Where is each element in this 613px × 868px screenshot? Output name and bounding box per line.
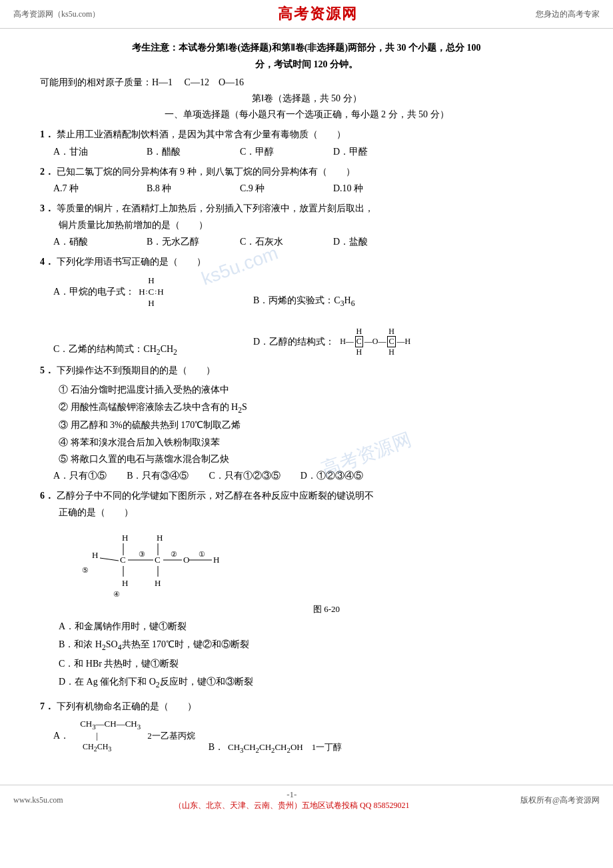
question-2: 2． 已知二氯丁烷的同分异构体有 9 种，则八氯丁烷的同分异构体有（ ） [40,163,573,180]
q7-struct-a: CH3—CH—CH3 | CH2CH3 [73,719,141,754]
header-title: 高考资源网 [278,4,358,24]
svg-text:C: C [155,555,161,565]
fig-caption: 图 6-20 [80,603,573,615]
svg-text:H: H [213,555,219,565]
q2-opt-d: D.10 种 [333,183,400,195]
header-right: 您身边的高考专家 [536,9,600,20]
question-4: 4． 下列化学用语书写正确的是（ ） [40,253,573,270]
q2-text: 已知二氯丁烷的同分异构体有 9 种，则八氯丁烷的同分异构体有（ ） [57,167,355,177]
q6-opt-b: B．和浓 H2SO4共热至 170℃时，键②和⑤断裂 [59,636,573,655]
q5-opt-c: C．只有①②③⑤ [209,470,280,482]
svg-text:C: C [120,555,126,565]
question-5: 5． 下列操作达不到预期目的的是（ ） [40,362,573,379]
q4-num: 4． [40,257,54,267]
q2-num: 2． [40,167,54,177]
q5-num: 5． [40,365,54,375]
exam-notice: 考生注意：本试卷分第Ⅰ卷(选择题)和第Ⅱ卷(非选择题)两部分，共 30 个小题，… [40,39,573,73]
footer-right: 版权所有@高考资源网 [520,795,600,806]
ethanol-bond-diagram: H C H H ⑤ ④ C H ③ O [80,526,573,615]
q3-text: 等质量的铜片，在酒精灯上加热后，分别插入下列溶液中，放置片刻后取出， [57,203,374,213]
footer-page: -1- [174,789,409,800]
q4-options: A．甲烷的电子式： H H:C:H H B．丙烯的实验式：C3H6 C．乙烯的结… [53,275,560,357]
q3-options: A．硝酸 B．无水乙醇 C．石灰水 D．盐酸 [53,236,573,248]
header-left: 高考资源网（ks5u.com） [13,9,100,20]
atomic-mass: 可能用到的相对原子质量：H—1 C—12 O—16 [40,77,573,89]
q1-opt-a: A．甘油 [53,146,120,158]
q1-options: A．甘油 B．醋酸 C．甲醇 D．甲醛 [53,146,573,158]
q7-opt-a: A． CH3—CH—CH3 | CH2CH3 2一乙基丙烷 [53,719,195,754]
q1-opt-b: B．醋酸 [147,146,213,158]
svg-text:O: O [183,555,189,565]
q7-formula-b: CH3CH2CH2CH2OH 1一丁醇 [228,741,342,754]
part1-title: 一、单项选择题（每小题只有一个选项正确，每小题 2 分，共 50 分） [40,109,573,121]
svg-text:①: ① [199,550,205,558]
q4-opt-d: D．乙醇的结构式： H H H— C —O— C —H [253,327,466,357]
q5-text: 下列操作达不到预期目的的是（ ） [57,365,215,375]
q3-opt-c: C．石灰水 [240,236,306,248]
q6-opt-a: A．和金属钠作用时，键①断裂 [59,618,573,636]
section1-title: 第Ⅰ卷（选择题，共 50 分） [40,93,573,105]
notice-line1: 考生注意：本试卷分第Ⅰ卷(选择题)和第Ⅱ卷(非选择题)两部分，共 30 个小题，… [40,39,573,56]
svg-text:④: ④ [113,590,120,598]
q5-list: ① 石油分馏时把温度计插入受热的液体中 ② 用酸性高锰酸钾溶液除去乙块中含有的 … [59,381,573,467]
svg-text:H: H [122,578,128,588]
q2-opt-b: B.8 种 [147,183,213,195]
q1-text: 禁止用工业酒精配制饮料酒，是因为其中常含有少量有毒物质（ ） [57,129,346,139]
q5-item1: ① 石油分馏时把温度计插入受热的液体中 [59,381,573,398]
notice-line2: 分，考试时间 120 分钟。 [40,56,573,73]
q4-opt-c: C．乙烯的结构简式：CH2CH2 [53,343,240,357]
svg-text:③: ③ [139,550,145,558]
q7-num: 7． [40,701,54,711]
q3-opt-d: D．盐酸 [333,236,400,248]
q5-opt-b: B．只有③④⑤ [127,470,189,482]
q2-options: A.7 种 B.8 种 C.9 种 D.10 种 [53,183,573,195]
q6-text: 乙醇分子中不同的化学键如下图所示，对乙醇在各种反应中应断裂的键说明不 [57,491,374,501]
q5-opt-d: D．①②③④⑤ [301,470,363,482]
svg-text:⑤: ⑤ [82,566,89,574]
q3-text2: 铜片质量比加热前增加的是（ ） [59,220,208,230]
question-1: 1． 禁止用工业酒精配制饮料酒，是因为其中常含有少量有毒物质（ ） [40,126,573,143]
q7-text: 下列有机物命名正确的是（ ） [57,701,197,711]
q7-options: A． CH3—CH—CH3 | CH2CH3 2一乙基丙烷 B． CH3CH2C… [53,719,560,754]
q5-item2: ② 用酸性高锰酸钾溶液除去乙块中含有的 H2S [59,399,573,417]
q4-text: 下列化学用语书写正确的是（ ） [57,257,206,267]
q6-opt-d: D．在 Ag 催化剂下和 O2反应时，键①和③断裂 [59,673,573,693]
question-3: 3． 等质量的铜片，在酒精灯上加热后，分别插入下列溶液中，放置片刻后取出， 铜片… [40,200,573,233]
q3-num: 3． [40,203,54,213]
q6-text2: 正确的是（ ） [59,507,133,517]
q3-opt-a: A．硝酸 [53,236,120,248]
ethanol-diagram-svg: H C H H ⑤ ④ C H ③ O [80,526,267,599]
q5-item5: ⑤ 将敞口久置的电石与蒸馏水混合制乙炔 [59,451,573,467]
q1-num: 1． [40,129,54,139]
svg-text:②: ② [171,550,177,558]
svg-text:H: H [122,533,128,543]
footer-sub: （山东、北京、天津、云南、贵州）五地区试卷投稿 QQ 858529021 [174,800,409,811]
svg-text:H: H [92,550,98,560]
q1-opt-d: D．甲醛 [333,146,400,158]
q2-opt-a: A.7 种 [53,183,120,195]
q6-options: A．和金属钠作用时，键①断裂 B．和浓 H2SO4共热至 170℃时，键②和⑤断… [59,618,573,692]
q7-opt-b: B． CH3CH2CH2CH2OH 1一丁醇 [209,741,342,754]
main-content: ks5u.com 高考资源网 考生注意：本试卷分第Ⅰ卷(选择题)和第Ⅱ卷(非选择… [0,29,613,771]
footer-left: www.ks5u.com [13,795,63,805]
footer-center: -1- （山东、北京、天津、云南、贵州）五地区试卷投稿 QQ 858529021 [174,789,409,811]
page-header: 高考资源网（ks5u.com） 高考资源网 您身边的高考专家 [0,0,613,29]
question-6: 6． 乙醇分子中不同的化学键如下图所示，对乙醇在各种反应中应断裂的键说明不 正确… [40,487,573,521]
q5-item3: ③ 用乙醇和 3%的硫酸共热到 170℃制取乙烯 [59,417,573,433]
question-7: 7． 下列有机物命名正确的是（ ） [40,698,573,715]
q6-num: 6． [40,491,54,501]
q3-opt-b: B．无水乙醇 [147,236,213,248]
svg-text:H: H [157,533,163,543]
q5-options: A．只有①⑤ B．只有③④⑤ C．只有①②③⑤ D．①②③④⑤ [53,470,573,482]
q1-opt-c: C．甲醇 [240,146,306,158]
q4-opt-b: B．丙烯的实验式：C3H6 [253,295,420,308]
q5-item4: ④ 将苯和溴水混合后加入铁粉制取溴苯 [59,434,573,451]
svg-text:H: H [155,578,161,588]
q4-opt-a: A．甲烷的电子式： H H:C:H H [53,275,240,308]
page-footer: www.ks5u.com -1- （山东、北京、天津、云南、贵州）五地区试卷投稿… [0,785,613,815]
svg-line-4 [100,558,119,561]
q2-opt-c: C.9 种 [240,183,306,195]
ethanol-struct-formula: H H H— C —O— C —H H H [338,327,412,357]
methane-electron-formula: H H:C:H H [139,275,164,308]
q5-opt-a: A．只有①⑤ [53,470,107,482]
